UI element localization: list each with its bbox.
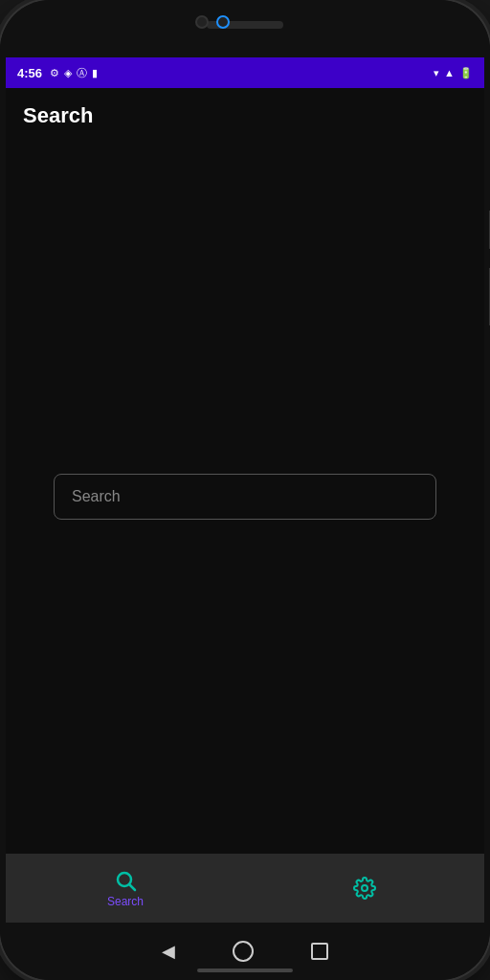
- phone-shell: 4:56 ⚙ ◈ Ⓐ ▮ ▾ ▲ 🔋 Search: [0, 0, 490, 980]
- signal-icon: ▲: [444, 67, 455, 78]
- search-nav-icon: [114, 869, 137, 892]
- search-input-wrapper: [54, 474, 436, 520]
- recents-button[interactable]: [311, 943, 328, 960]
- battery-status-icon: ▮: [92, 67, 98, 79]
- swipe-handle: [197, 969, 293, 972]
- status-time: 4:56: [17, 66, 42, 80]
- main-content: [6, 140, 484, 854]
- nav-item-search[interactable]: Search: [6, 869, 245, 908]
- home-button[interactable]: [233, 941, 254, 962]
- settings-status-icon: ⚙: [50, 67, 59, 79]
- status-bar: 4:56 ⚙ ◈ Ⓐ ▮ ▾ ▲ 🔋: [6, 57, 484, 88]
- screen: 4:56 ⚙ ◈ Ⓐ ▮ ▾ ▲ 🔋 Search: [6, 57, 484, 923]
- back-button[interactable]: ◀: [162, 941, 175, 962]
- svg-line-1: [130, 884, 136, 890]
- bottom-nav: Search: [6, 854, 484, 923]
- gear-nav-icon: [353, 877, 376, 900]
- shield-status-icon: ◈: [64, 67, 72, 79]
- camera-left: [195, 15, 209, 29]
- camera-right: [216, 15, 230, 29]
- status-icons: ⚙ ◈ Ⓐ ▮: [50, 66, 98, 80]
- search-input[interactable]: [54, 474, 436, 520]
- app-header: Search: [6, 88, 484, 140]
- nav-item-settings[interactable]: [245, 877, 484, 900]
- wifi-icon: ▾: [434, 67, 439, 79]
- svg-point-2: [362, 885, 368, 891]
- a-status-icon: Ⓐ: [77, 66, 87, 80]
- status-right-icons: ▾ ▲ 🔋: [434, 67, 473, 79]
- battery-icon: 🔋: [459, 67, 473, 79]
- page-title: Search: [23, 103, 467, 128]
- search-nav-label: Search: [107, 895, 144, 908]
